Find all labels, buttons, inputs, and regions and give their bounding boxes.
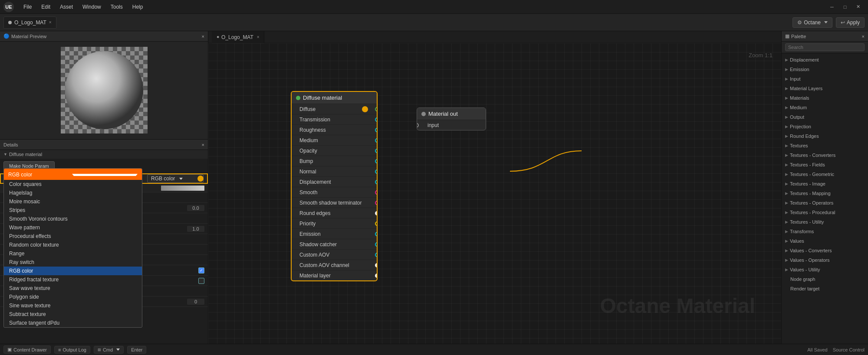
dd-item-wave-pattern[interactable]: Wave pattern [4, 223, 142, 232]
content-drawer-btn[interactable]: ▣ Content Drawer [3, 345, 51, 354]
dd-item-smooth-voronoi[interactable]: Smooth Voronoi contours [4, 215, 142, 223]
diffuse-dropdown[interactable]: RGB color [147, 174, 204, 183]
palette-item-displacement[interactable]: ▶ Displacement [782, 55, 868, 65]
palette-label-textures-geometric: Textures - Geometric [790, 172, 834, 177]
palette-item-textures-converters[interactable]: ▶ Textures - Converters [782, 150, 868, 160]
palette-item-values-operators[interactable]: ▶ Values - Operators [782, 255, 868, 265]
palette-item-material-layers[interactable]: ▶ Material Layers [782, 84, 868, 93]
palette-item-transforms[interactable]: ▶ Transforms [782, 227, 868, 236]
palette-arrow-textures-geometric: ▶ [785, 172, 788, 176]
diffuse-label-opacity: Opacity [299, 148, 317, 154]
palette-item-textures-fields[interactable]: ▶ Textures - Fields [782, 160, 868, 169]
diffuse-label-smooth: Smooth [299, 189, 317, 195]
palette-label-transforms: Transforms [790, 229, 814, 234]
ue-logo: UE [3, 2, 14, 12]
search-input[interactable] [785, 43, 865, 51]
palette-item-materials[interactable]: ▶ Materials [782, 93, 868, 103]
mat-tab[interactable]: O_Logo_MAT × [3, 16, 56, 29]
menu-edit[interactable]: Edit [37, 2, 55, 12]
dd-item-ridged-fractal[interactable]: Ridged fractal texture [4, 275, 142, 284]
node-graph[interactable]: Zoom 1:1 Diffuse material Diffuse [208, 43, 781, 344]
palette-item-round-edges[interactable]: ▶ Round Edges [782, 131, 868, 141]
dd-item-subtract[interactable]: Subtract texture [4, 310, 142, 319]
smooth-shadow-checkbox[interactable] [198, 278, 204, 284]
texture-dropdown[interactable]: RGB color Color squares Hagelslag Moire … [3, 168, 142, 328]
close-button[interactable]: ✕ [852, 0, 865, 14]
dropdown-header: RGB color [4, 169, 142, 180]
dd-item-range[interactable]: Range [4, 249, 142, 258]
palette-item-textures-image[interactable]: ▶ Textures - Image [782, 179, 868, 189]
palette-label-node-graph: Node graph [790, 277, 815, 282]
minimize-button[interactable]: ─ [825, 0, 838, 14]
dd-item-random-color[interactable]: Random color texture [4, 241, 142, 249]
palette-item-output[interactable]: ▶ Output [782, 112, 868, 122]
material-preview-close[interactable]: × [202, 34, 204, 39]
menu-window[interactable]: Window [78, 2, 105, 12]
palette-item-values-utility[interactable]: ▶ Values - Utility [782, 265, 868, 274]
cmd-btn[interactable]: ⊞ Cmd [94, 346, 124, 354]
dd-item-moire[interactable]: Moire mosaic [4, 197, 142, 206]
palette-label-displacement: Displacement [790, 57, 819, 62]
palette-item-textures-utility[interactable]: ▶ Textures - Utility [782, 217, 868, 227]
enter-btn[interactable]: Enter [127, 346, 146, 354]
mat-tab-close[interactable]: × [49, 20, 52, 25]
palette-item-values[interactable]: ▶ Values [782, 236, 868, 246]
menu-asset[interactable]: Asset [56, 2, 77, 12]
palette-item-values-converters[interactable]: ▶ Values - Converters [782, 246, 868, 255]
dd-item-surface-tangent[interactable]: Surface tangent dPdu [4, 319, 142, 327]
apply-button[interactable]: ↩ Apply [836, 17, 865, 28]
diffuse-node-dot [296, 96, 300, 100]
palette-arrow-values-converters: ▶ [785, 248, 788, 253]
palette-close[interactable]: × [862, 34, 865, 39]
center-tab-close[interactable]: × [257, 35, 260, 39]
source-control-status[interactable]: Source Control [833, 347, 865, 352]
palette-item-textures-operators[interactable]: ▶ Textures - Operators [782, 198, 868, 208]
palette-item-textures-mapping[interactable]: ▶ Textures - Mapping [782, 189, 868, 198]
palette-item-textures-geometric[interactable]: ▶ Textures - Geometric [782, 169, 868, 179]
dd-item-saw-wave[interactable]: Saw wave texture [4, 284, 142, 293]
dd-item-sine-wave[interactable]: Sine wave texture [4, 301, 142, 310]
dd-item-ray-switch[interactable]: Ray switch [4, 258, 142, 267]
diffuse-label-custom-aov: Custom AOV [299, 252, 329, 258]
dd-item-stripes[interactable]: Stripes [4, 206, 142, 215]
maximize-button[interactable]: □ [838, 0, 852, 14]
palette-item-textures[interactable]: ▶ Textures [782, 141, 868, 150]
apply-label: Apply [847, 20, 860, 26]
palette-arrow-displacement: ▶ [785, 58, 788, 62]
dd-item-procedural-effects[interactable]: Procedural effects [4, 232, 142, 241]
palette-grid-icon: ▦ [785, 33, 789, 39]
palette-label-textures-procedural: Textures - Procedural [790, 210, 835, 215]
dd-item-rgb-color[interactable]: RGB color [4, 267, 142, 275]
dd-item-color-squares[interactable]: Color squares [4, 180, 142, 189]
palette-item-node-graph[interactable]: Node graph [782, 274, 868, 284]
palette-label-projection: Projection [790, 124, 811, 129]
palette-item-projection[interactable]: ▶ Projection [782, 122, 868, 131]
menu-tools[interactable]: Tools [106, 2, 127, 12]
menu-help[interactable]: Help [128, 2, 148, 12]
palette-item-input[interactable]: ▶ Input [782, 74, 868, 84]
menu-file[interactable]: File [19, 2, 36, 12]
roughness-value[interactable]: 0.0 [187, 205, 204, 211]
palette-item-render-target[interactable]: Render target [782, 284, 868, 293]
palette-arrow-textures-converters: ▶ [785, 153, 788, 157]
details-title: Details [3, 142, 18, 147]
diffuse-label-transmission: Transmission [299, 117, 330, 123]
material-out-node[interactable]: Material out input [417, 107, 486, 130]
diffuse-output-socket [197, 176, 204, 182]
palette-item-medium[interactable]: ▶ Medium [782, 103, 868, 112]
palette-item-emission[interactable]: ▶ Emission [782, 65, 868, 74]
palette-item-textures-procedural[interactable]: ▶ Textures - Procedural [782, 208, 868, 217]
smooth-checkbox[interactable]: ✓ [198, 267, 204, 274]
diffuse-material-node[interactable]: Diffuse material Diffuse Transmission Ro… [291, 91, 378, 281]
dd-item-hagelslag[interactable]: Hagelslag [4, 189, 142, 197]
diffuse-material-section: ▼ Diffuse material [0, 150, 208, 159]
center-tab-mat[interactable]: ✦ O_Logo_MAT × [212, 31, 264, 43]
palette-panel: ▦ Palette × ▶ Displacement ▶ Emission ▶ … [781, 31, 868, 344]
output-log-btn[interactable]: ≡ Output Log [54, 346, 90, 354]
diffuse-colorbar[interactable] [161, 186, 204, 191]
details-close[interactable]: × [202, 142, 204, 147]
dd-item-polygon-side[interactable]: Polygon side [4, 293, 142, 301]
opacity-value[interactable]: 1.0 [187, 226, 204, 232]
octane-button[interactable]: ⚙ Octane [792, 17, 832, 28]
priority-value[interactable]: 0 [187, 299, 204, 305]
